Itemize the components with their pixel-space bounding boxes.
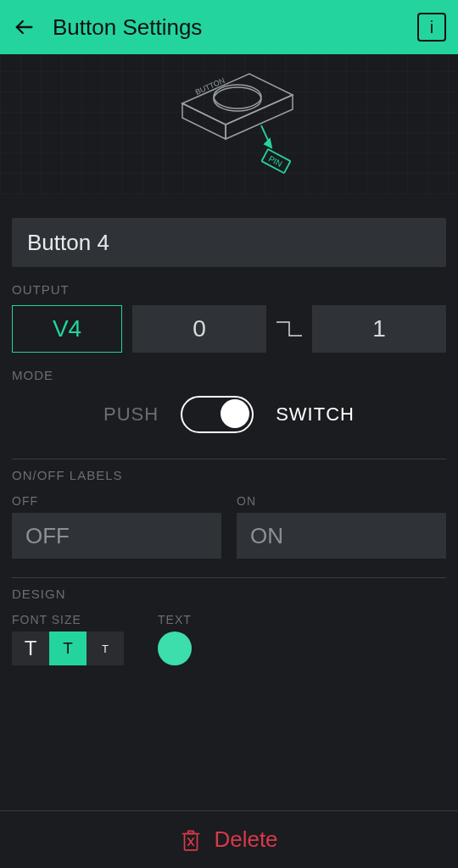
mode-switch-label: SWITCH (276, 403, 355, 426)
mode-push-label: PUSH (103, 403, 159, 426)
on-caption: ON (237, 494, 446, 508)
widget-name-input[interactable]: Button 4 (12, 218, 446, 267)
output-low-input[interactable]: 0 (132, 305, 266, 353)
page-title: Button Settings (53, 14, 400, 41)
design-section-label: DESIGN (12, 587, 446, 601)
output-pin-value: V4 (53, 315, 81, 342)
delete-button[interactable]: Delete (0, 810, 458, 868)
mode-section-label: MODE (12, 368, 446, 382)
mode-toggle[interactable] (181, 396, 254, 433)
screen: Button Settings i BUTTON (0, 0, 458, 868)
onoff-section-label: ON/OFF LABELS (12, 468, 446, 482)
divider (12, 459, 446, 459)
back-icon[interactable] (12, 15, 36, 39)
font-size-medium[interactable]: T (49, 632, 87, 665)
diagram-area: BUTTON PIN (0, 54, 458, 194)
onoff-row: OFF OFF ON ON (12, 491, 446, 559)
output-row: V4 0 1 (12, 305, 446, 353)
font-size-large[interactable]: T (12, 632, 49, 665)
font-size-picker: T T T (12, 632, 124, 665)
on-label-input[interactable]: ON (237, 513, 446, 559)
svg-marker-8 (265, 139, 271, 147)
off-caption: OFF (12, 494, 221, 508)
range-link-icon (276, 305, 302, 353)
on-label-value: ON (250, 523, 283, 549)
svg-point-5 (214, 85, 261, 108)
button-diagram-icon: BUTTON PIN (136, 61, 322, 188)
header-bar: Button Settings i (0, 0, 458, 54)
output-high-value: 1 (372, 315, 386, 342)
output-high-input[interactable]: 1 (312, 305, 446, 353)
info-icon[interactable]: i (417, 13, 446, 42)
output-pin-selector[interactable]: V4 (12, 305, 122, 353)
off-label-value: OFF (25, 523, 70, 549)
font-size-caption: FONT SIZE (12, 613, 124, 626)
font-size-small[interactable]: T (87, 632, 124, 665)
text-color-picker[interactable] (158, 632, 192, 665)
widget-name-value: Button 4 (27, 230, 109, 256)
toggle-knob (221, 399, 249, 428)
svg-marker-2 (182, 103, 226, 139)
svg-point-4 (214, 87, 261, 111)
trash-icon (180, 827, 202, 853)
output-label: OUTPUT (12, 282, 446, 297)
mode-row: PUSH SWITCH (12, 396, 446, 433)
off-label-input[interactable]: OFF (12, 513, 221, 559)
design-row: FONT SIZE T T T TEXT (12, 609, 446, 665)
divider (12, 577, 446, 578)
delete-label: Delete (214, 826, 277, 853)
text-color-caption: TEXT (158, 613, 192, 626)
output-low-value: 0 (193, 315, 206, 342)
content: Button 4 OUTPUT V4 0 1 MODE PUSH SWI (0, 194, 458, 665)
